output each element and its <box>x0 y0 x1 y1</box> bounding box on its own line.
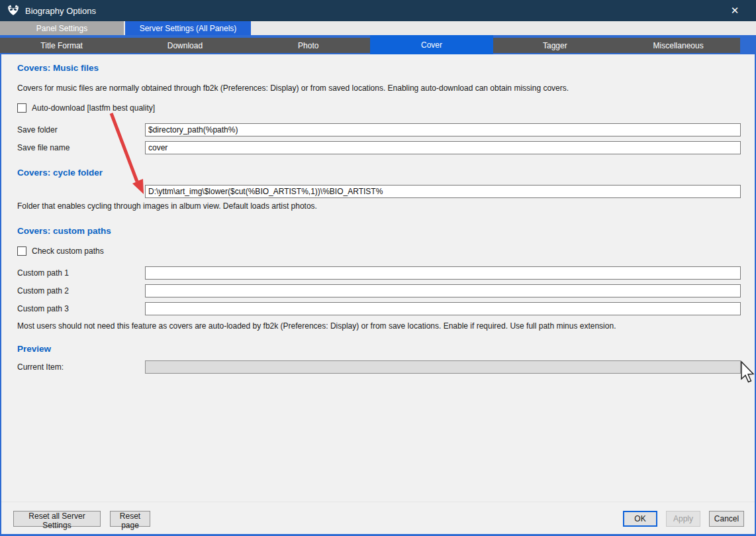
reset-all-server-settings-button[interactable]: Reset all Server Settings <box>13 511 101 527</box>
auto-download-checkbox[interactable] <box>17 103 26 113</box>
check-custom-paths-row[interactable]: Check custom paths <box>17 246 104 256</box>
save-folder-row: Save folder <box>1 123 755 136</box>
subtab-photo[interactable]: Photo <box>247 38 370 53</box>
sub-tab-bar: Title Format Download Photo Cover Tagger… <box>0 35 756 54</box>
save-file-name-label: Save file name <box>17 141 70 154</box>
tab-panel-settings[interactable]: Panel Settings <box>0 21 124 35</box>
subtab-cover[interactable]: Cover <box>370 35 493 54</box>
custom-path-3-label: Custom path 3 <box>17 302 69 315</box>
custom-path-2-input[interactable] <box>145 284 741 297</box>
subtab-miscellaneous[interactable]: Miscellaneous <box>616 38 739 53</box>
subtab-title-format[interactable]: Title Format <box>0 38 123 53</box>
current-item-input <box>145 360 741 374</box>
subtab-tagger[interactable]: Tagger <box>493 38 616 53</box>
apply-button: Apply <box>666 511 700 527</box>
cycle-folder-description: Folder that enables cycling through imag… <box>17 201 317 211</box>
section-heading-music-files: Covers: Music files <box>17 63 99 73</box>
custom-path-1-row: Custom path 1 <box>1 266 755 280</box>
cycle-folder-row <box>1 185 755 198</box>
section-heading-custom-paths: Covers: custom paths <box>17 226 111 236</box>
custom-path-2-label: Custom path 2 <box>17 284 69 297</box>
save-file-name-row: Save file name <box>1 141 755 154</box>
save-folder-input[interactable] <box>145 123 741 136</box>
music-files-description: Covers for music files are normally obta… <box>17 83 569 93</box>
window-title: Biography Options <box>25 6 96 16</box>
check-custom-paths-checkbox[interactable] <box>17 246 26 256</box>
cancel-button[interactable]: Cancel <box>709 511 744 527</box>
section-heading-preview: Preview <box>17 344 51 354</box>
custom-path-2-row: Custom path 2 <box>1 284 755 297</box>
save-folder-label: Save folder <box>17 123 58 136</box>
footer-divider <box>1 502 755 502</box>
custom-paths-description: Most users should not need this feature … <box>17 321 616 331</box>
ok-button[interactable]: OK <box>623 511 657 527</box>
reset-page-button[interactable]: Reset page <box>110 511 150 527</box>
foobar2000-icon <box>7 4 20 17</box>
cycle-folder-input[interactable] <box>145 185 741 198</box>
current-item-label: Current Item: <box>17 360 64 374</box>
auto-download-label: Auto-download [lastfm best quality] <box>32 103 155 113</box>
tab-server-settings[interactable]: Server Settings (All Panels) <box>125 21 251 35</box>
save-file-name-input[interactable] <box>145 141 741 154</box>
current-item-row: Current Item: <box>1 360 755 374</box>
close-icon: ✕ <box>731 5 739 17</box>
custom-path-3-input[interactable] <box>145 302 741 315</box>
custom-path-1-label: Custom path 1 <box>17 266 69 280</box>
close-button[interactable]: ✕ <box>720 0 749 21</box>
custom-path-1-input[interactable] <box>145 266 741 280</box>
main-tab-bar: Panel Settings Server Settings (All Pane… <box>0 21 756 35</box>
title-bar: Biography Options ✕ <box>0 0 756 21</box>
custom-path-3-row: Custom path 3 <box>1 302 755 315</box>
biography-options-dialog: Biography Options ✕ Panel Settings Serve… <box>0 0 756 536</box>
section-heading-cycle-folder: Covers: cycle folder <box>17 168 103 178</box>
subtab-download[interactable]: Download <box>123 38 246 53</box>
cover-settings-page: Covers: Music files Covers for music fil… <box>1 54 755 502</box>
check-custom-paths-label: Check custom paths <box>32 246 104 256</box>
auto-download-checkbox-row[interactable]: Auto-download [lastfm best quality] <box>17 103 155 113</box>
